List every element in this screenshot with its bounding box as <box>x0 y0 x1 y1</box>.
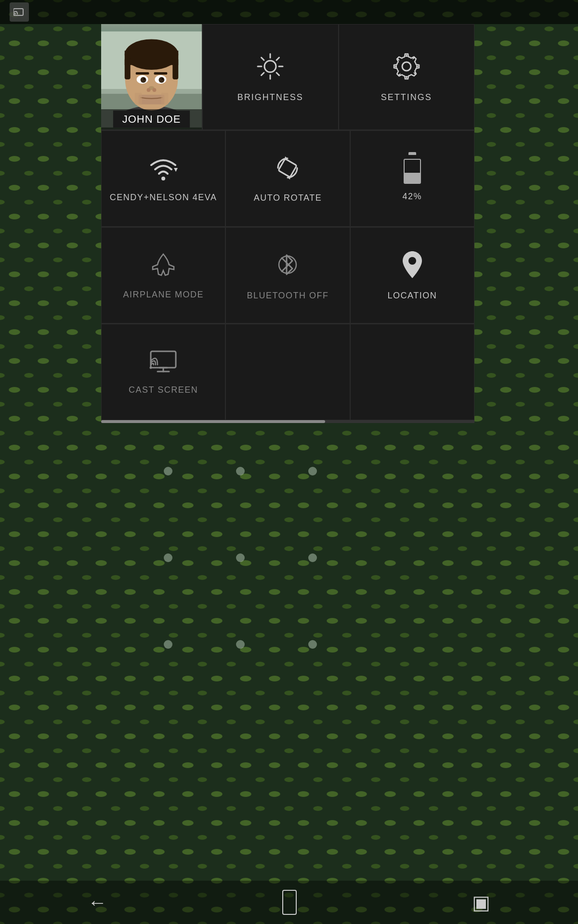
brightness-label: BRIGHTNESS <box>237 92 303 103</box>
airplane-icon <box>150 251 177 282</box>
profile-row: JOHN DOE <box>101 24 474 130</box>
settings-label: SETTINGS <box>381 92 432 103</box>
brightness-icon <box>256 52 285 85</box>
brightness-tile[interactable]: BRIGHTNESS <box>202 24 339 130</box>
wifi-label: CENDY+NELSON 4EVA <box>110 192 217 203</box>
svg-line-35 <box>262 73 264 76</box>
profile-name-bar: JOHN DOE <box>101 109 202 129</box>
second-row: CENDY+NELSON 4EVA AUTO ROTATE <box>101 130 474 227</box>
scroll-bar[interactable] <box>101 420 474 423</box>
home-icon <box>282 890 297 915</box>
auto-rotate-tile[interactable]: AUTO ROTATE <box>225 130 350 227</box>
bluetooth-icon <box>278 250 297 283</box>
profile-cell[interactable]: JOHN DOE <box>101 24 202 129</box>
svg-rect-11 <box>125 58 131 79</box>
svg-point-42 <box>150 366 152 369</box>
svg-rect-14 <box>154 72 167 75</box>
wifi-icon <box>149 154 178 185</box>
profile-name: JOHN DOE <box>122 113 181 125</box>
svg-point-18 <box>158 77 164 83</box>
location-icon <box>401 250 423 283</box>
svg-line-33 <box>276 73 279 76</box>
auto-rotate-icon <box>274 154 301 185</box>
svg-rect-12 <box>172 58 178 79</box>
third-row: AIRPLANE MODE BLUETOOTH OFF LOCATION <box>101 227 474 323</box>
wifi-tile[interactable]: CENDY+NELSON 4EVA <box>101 130 225 227</box>
svg-rect-24 <box>139 95 165 104</box>
battery-fill <box>405 173 420 182</box>
svg-line-32 <box>262 57 264 60</box>
svg-point-36 <box>402 62 411 71</box>
svg-point-20 <box>161 78 163 80</box>
svg-point-37 <box>161 177 165 180</box>
battery-top <box>408 152 416 155</box>
battery-icon <box>404 156 421 184</box>
scroll-thumb <box>101 420 325 423</box>
quick-settings-panel: JOHN DOE <box>101 24 474 423</box>
svg-rect-10 <box>125 51 178 65</box>
cast-screen-tile[interactable]: CAST SCREEN <box>101 324 225 420</box>
airplane-label: AIRPLANE MODE <box>123 290 204 300</box>
svg-point-23 <box>152 88 156 92</box>
svg-point-17 <box>141 77 146 83</box>
svg-rect-41 <box>151 351 176 368</box>
svg-point-27 <box>264 61 276 72</box>
navigation-bar: ← ▣ <box>0 881 578 924</box>
home-button[interactable] <box>263 883 316 922</box>
fourth-row: CAST SCREEN <box>101 323 474 420</box>
cast-status-icon <box>10 2 29 22</box>
status-bar <box>0 0 578 24</box>
svg-line-34 <box>276 57 279 60</box>
svg-rect-26 <box>161 93 168 105</box>
bluetooth-label: BLUETOOTH OFF <box>247 291 328 301</box>
svg-point-19 <box>144 78 145 80</box>
back-icon: ← <box>88 892 107 913</box>
battery-label: 42% <box>403 192 422 202</box>
recent-button[interactable]: ▣ <box>453 884 510 921</box>
battery-tile[interactable]: 42% <box>350 130 474 227</box>
bluetooth-tile[interactable]: BLUETOOTH OFF <box>225 227 350 323</box>
svg-rect-13 <box>136 72 149 75</box>
auto-rotate-label: AUTO ROTATE <box>254 193 322 203</box>
back-button[interactable]: ← <box>68 885 126 921</box>
svg-point-22 <box>147 88 151 92</box>
battery-body <box>404 159 421 184</box>
top-tiles-area: BRIGHTNESS <box>202 24 474 129</box>
airplane-mode-tile[interactable]: AIRPLANE MODE <box>101 227 225 323</box>
location-tile[interactable]: LOCATION <box>350 227 474 323</box>
svg-rect-25 <box>135 93 142 105</box>
cast-screen-label: CAST SCREEN <box>129 385 198 395</box>
empty-tile-2 <box>350 324 474 420</box>
settings-icon <box>392 52 421 85</box>
svg-point-40 <box>408 257 416 265</box>
recent-icon: ▣ <box>472 891 490 913</box>
empty-tile-1 <box>225 324 350 420</box>
settings-tile[interactable]: SETTINGS <box>339 24 475 130</box>
cast-screen-icon <box>149 349 178 377</box>
location-label: LOCATION <box>387 291 437 301</box>
